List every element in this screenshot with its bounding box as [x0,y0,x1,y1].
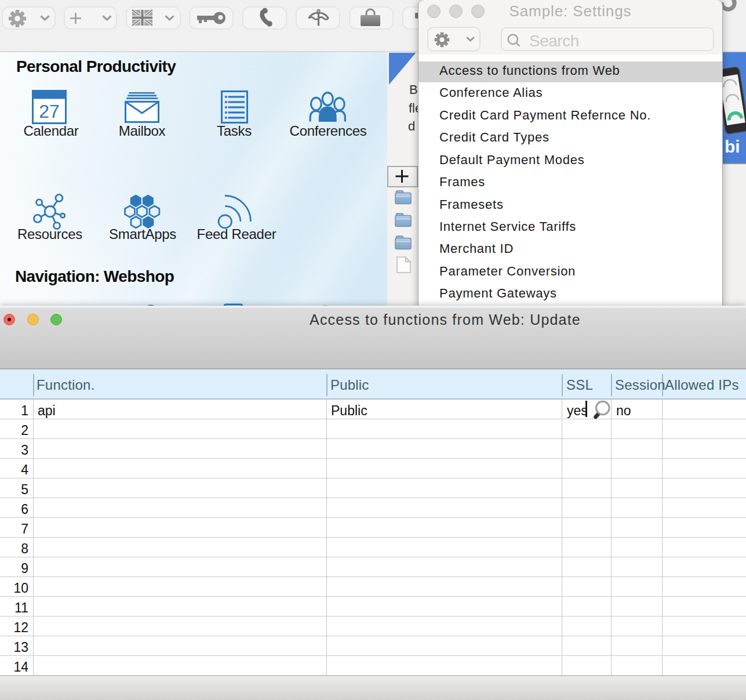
svg-text:27: 27 [39,101,60,122]
